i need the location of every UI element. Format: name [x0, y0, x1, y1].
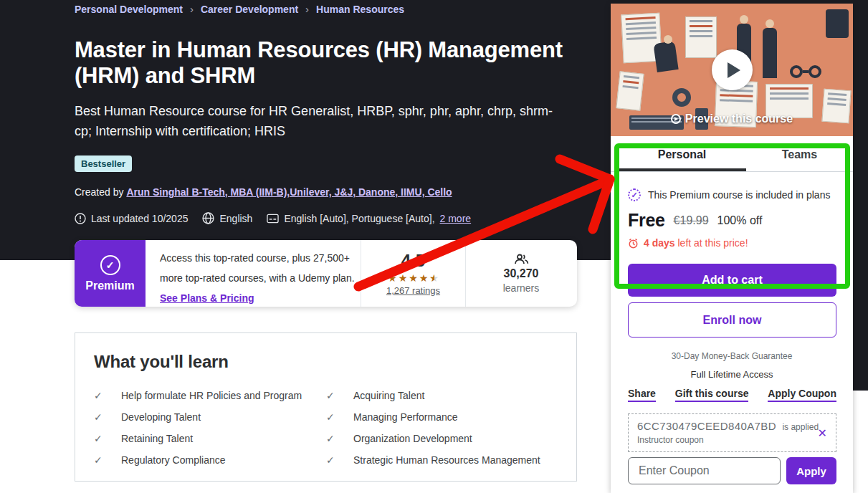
learn-item-text: Strategic Human Resources Management — [353, 454, 540, 466]
learners-count: 30,270 — [504, 267, 539, 280]
course-preview-video[interactable]: Preview this course — [611, 4, 853, 136]
course-subtitle: Best Human Resource course for HR Genera… — [75, 101, 569, 141]
learn-item-text: Organization Development — [353, 433, 472, 444]
apply-coupon-button[interactable]: Apply — [786, 457, 836, 484]
learn-item: ✓Managing Performance — [326, 406, 558, 428]
urgency-text: 4 days left at this price! — [644, 237, 748, 249]
premium-badge-block: ✓ Premium — [75, 240, 146, 307]
rating-column: 4.5 ★ ★ ★ ★ ★★ 1,267 ratings — [361, 240, 465, 307]
rating-value: 4.5 — [401, 251, 425, 271]
star-rating-icon: ★ ★ ★ ★ ★★ — [388, 273, 439, 283]
learn-item-text: Retaining Talent — [121, 433, 193, 444]
preview-course-text: Preview this course — [685, 113, 793, 125]
illustration-document — [685, 16, 717, 58]
premium-plan-note: ✓ This Premium course is included in pla… — [628, 188, 830, 201]
learners-label: learners — [503, 282, 540, 294]
coupon-entry-row: Apply — [628, 457, 836, 484]
illustration-document — [616, 71, 644, 110]
play-button[interactable] — [712, 49, 753, 90]
ratings-count-link[interactable]: 1,267 ratings — [386, 285, 440, 296]
course-captions: English [Auto], Portuguese [Auto], 2 mor… — [267, 213, 471, 224]
globe-icon — [202, 212, 214, 224]
see-plans-pricing-link[interactable]: See Plans & Pricing — [160, 292, 254, 304]
checkmark-icon: ✓ — [94, 454, 104, 466]
discount-percent: 100% off — [717, 214, 763, 227]
breadcrumb-link-human-resources[interactable]: Human Resources — [316, 4, 404, 15]
premium-banner: ✓ Premium Access this top-rated course, … — [75, 240, 577, 307]
learn-item-text: Acquiring Talent — [353, 390, 424, 401]
checkmark-icon: ✓ — [94, 390, 104, 401]
breadcrumb-link-career-development[interactable]: Career Development — [201, 4, 298, 15]
hero-dark-background-right — [853, 0, 868, 391]
pricing-tabs: Personal Teams — [611, 140, 853, 172]
add-to-cart-button[interactable]: Add to cart — [628, 264, 836, 297]
learn-item: ✓Developing Talent — [94, 406, 326, 428]
alarm-clock-icon — [628, 238, 639, 249]
apply-coupon-link[interactable]: Apply Coupon — [768, 388, 836, 402]
enroll-now-button[interactable]: Enroll now — [628, 302, 836, 338]
bestseller-badge: Bestseller — [75, 155, 132, 172]
badge-check-icon: ✓ — [628, 188, 641, 201]
learn-item-text: Developing Talent — [121, 411, 201, 423]
tab-teams[interactable]: Teams — [746, 140, 853, 171]
instructor-link[interactable]: Arun Singhal B-Tech, MBA (IIM-B),Unileve… — [126, 186, 452, 198]
price-urgency: 4 days left at this price! — [628, 237, 748, 249]
illustration-people-group — [826, 9, 849, 38]
checkmark-icon: ✓ — [326, 454, 336, 466]
learn-item: ✓Acquiring Talent — [326, 385, 558, 406]
captions-text: English [Auto], Portuguese [Auto], — [284, 213, 434, 224]
learners-people-icon — [513, 254, 529, 265]
learn-objectives: ✓Help formulate HR Policies and Program … — [94, 385, 558, 471]
created-by-label: Created by — [75, 186, 126, 198]
checkmark-icon: ✓ — [326, 411, 336, 423]
close-icon[interactable]: ✕ — [818, 426, 827, 440]
preview-course-label[interactable]: Preview this course — [611, 113, 853, 125]
course-language: English — [202, 212, 252, 224]
money-back-guarantee: 30-Day Money-Back Guarantee — [611, 351, 853, 361]
created-by-row: Created by Arun Singhal B-Tech, MBA (IIM… — [75, 186, 452, 198]
update-alert-icon — [75, 213, 86, 224]
share-link[interactable]: Share — [628, 388, 656, 402]
breadcrumb-link-personal-development[interactable]: Personal Development — [75, 4, 183, 15]
chevron-right-icon: › — [190, 3, 194, 15]
chevron-right-icon: › — [305, 3, 309, 15]
star-icon: ★ — [419, 273, 429, 283]
udemy-course-page: Personal Development › Career Developmen… — [0, 0, 868, 493]
purchase-sidebar: Preview this course Personal Teams ✓ Thi… — [611, 4, 853, 493]
learn-item-text: Managing Performance — [353, 411, 458, 423]
learn-item: ✓Help formulate HR Policies and Program — [94, 385, 326, 406]
star-icon: ★ — [399, 273, 408, 283]
illustration-person-head — [740, 15, 748, 24]
language-text: English — [219, 213, 252, 224]
star-icon: ★ — [409, 273, 418, 283]
coupon-applied-text: is applied — [782, 422, 819, 432]
tab-personal[interactable]: Personal — [618, 140, 746, 171]
captions-more-link[interactable]: 2 more — [440, 213, 472, 224]
current-price: Free — [628, 210, 665, 231]
learn-column-left: ✓Help formulate HR Policies and Program … — [94, 385, 326, 471]
premium-badge-check-icon: ✓ — [100, 255, 120, 275]
last-updated: Last updated 10/2025 — [75, 213, 188, 224]
illustration-donut-shape — [672, 88, 691, 107]
breadcrumb: Personal Development › Career Developmen… — [75, 3, 404, 15]
course-meta-row: Last updated 10/2025 English English [Au… — [75, 212, 480, 224]
what-youll-learn-title: What you'll learn — [94, 352, 229, 372]
learn-item-text: Help formulate HR Policies and Program — [121, 390, 302, 401]
premium-description: Access this top-rated course, plus 27,50… — [146, 240, 361, 307]
checkmark-icon: ✓ — [326, 390, 336, 401]
illustration-person-head — [766, 19, 774, 28]
lifetime-access: Full Lifetime Access — [611, 369, 853, 380]
coupon-type: Instructor coupon — [637, 435, 827, 445]
learn-item: ✓Retaining Talent — [94, 428, 326, 449]
learn-item: ✓Strategic Human Resources Management — [326, 449, 558, 471]
original-price: €19.99 — [674, 214, 709, 227]
coupon-code-row: 6CC730479CEED840A7BD is applied — [637, 420, 827, 433]
coupon-input[interactable] — [628, 457, 781, 484]
learn-column-right: ✓Acquiring Talent ✓Managing Performance … — [326, 385, 558, 471]
gift-course-link[interactable]: Gift this course — [675, 388, 749, 402]
learn-item-text: Regulatory Compliance — [121, 454, 226, 466]
checkmark-icon: ✓ — [94, 411, 104, 423]
learn-item: ✓Organization Development — [326, 428, 558, 449]
course-action-links: Share Gift this course Apply Coupon — [628, 388, 836, 402]
illustration-person-head — [664, 35, 672, 44]
